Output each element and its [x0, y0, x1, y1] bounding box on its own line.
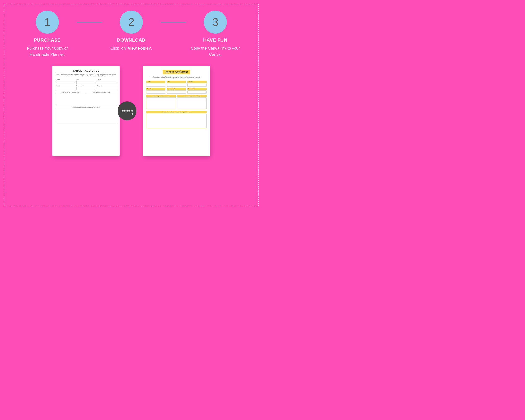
arrow-dot-2 [123, 110, 125, 112]
main-content: 1 PURCHASE Purchase Your Copy of Handmad… [0, 0, 262, 164]
plain-row-1: Gender Age Location [56, 79, 116, 84]
plain-field-location: Location [97, 79, 116, 84]
plain-free-time-label: What do they do in their free time? [56, 92, 85, 93]
plain-field-occupation: Occupation [97, 85, 116, 90]
colored-row-1: Gender Age Location [146, 81, 207, 86]
plain-field-education: Education [56, 85, 75, 90]
step-3-desc: Copy the Canva link to your Canva. [186, 45, 245, 57]
colored-free-time-label: What do they do in their free time? [146, 95, 176, 97]
colored-label-location: Location [187, 81, 207, 83]
plain-brands-label: Their favourite brands and shops? [87, 92, 116, 93]
colored-label-education: Education [146, 88, 166, 90]
colored-field-occupation: Occupation [187, 88, 207, 94]
arrow-chevron-icon: › [131, 110, 133, 112]
plain-doc-subtitle: Time to dig deep and start thinking abou… [56, 73, 116, 77]
plain-label-location: Location [97, 79, 116, 80]
step-1-circle: 1 [36, 10, 59, 34]
colored-doc-title: Target Audience [162, 69, 190, 74]
step-2: 2 DOWNLOAD Click on 'View Folder'. [102, 10, 161, 51]
colored-row-2: Education Income Level Occupation [146, 88, 207, 94]
colored-free-time-box [146, 97, 176, 109]
colored-brands-field: Their favourite brands and shops? [177, 95, 207, 109]
colored-label-occupation: Occupation [187, 88, 207, 90]
colored-box-gender [146, 83, 166, 86]
step-3-number: 3 [212, 16, 218, 28]
plain-box-age [76, 81, 96, 84]
plain-doc-title: TARGET AUDIENCE [56, 69, 116, 72]
colored-free-time-field: What do they do in their free time? [146, 95, 176, 109]
step-3-circle: 3 [204, 10, 227, 34]
plain-brands-field: Their favourite brands and shops? [87, 92, 116, 105]
colored-doc-subtitle: Time to dig deep and start thinking abou… [146, 75, 207, 79]
arrow-dot-4 [127, 110, 129, 112]
colored-title-text: Target Audience [165, 70, 188, 74]
plain-large-fields: What do they do in their free time? Thei… [56, 92, 116, 105]
plain-brands-box [87, 93, 116, 105]
colored-box-occupation [187, 90, 207, 94]
arrow-dot-3 [125, 110, 127, 112]
colored-field-education: Education [146, 88, 166, 94]
colored-brands-box [177, 97, 207, 109]
step-1-desc: Purchase Your Copy of Handmade Planner. [18, 45, 77, 57]
colored-box-income [167, 90, 186, 94]
plain-label-occupation: Occupation [97, 85, 116, 86]
plain-field-gender: Gender [56, 79, 75, 84]
arrow-dots-container: › [122, 110, 133, 112]
connector-2-3 [161, 22, 186, 22]
step-1-title: PURCHASE [34, 37, 60, 43]
plain-label-gender: Gender [56, 79, 75, 80]
plain-box-gender [56, 81, 75, 84]
arrow-button[interactable]: › [118, 102, 137, 120]
plain-label-income: Income Level [76, 85, 96, 86]
plain-row-2: Education Income Level Occupation [56, 85, 116, 90]
colored-doc-card: Target Audience Time to dig deep and sta… [143, 66, 210, 156]
step-2-desc: Click on 'View Folder'. [111, 45, 152, 51]
plain-emotions-box [56, 108, 116, 123]
steps-row: 1 PURCHASE Purchase Your Copy of Handmad… [13, 10, 250, 57]
preview-row: TARGET AUDIENCE Time to dig deep and sta… [13, 66, 250, 156]
step-3-title: HAVE FUN [203, 37, 227, 43]
colored-emotions-box [146, 114, 207, 128]
connector-1-2 [77, 22, 102, 22]
colored-title-wrapper: Target Audience [146, 69, 207, 74]
colored-field-gender: Gender [146, 81, 166, 86]
colored-box-location [187, 83, 207, 86]
colored-field-location: Location [187, 81, 207, 86]
plain-box-occupation [97, 87, 116, 90]
colored-label-income: Income Level [167, 88, 186, 90]
step-1: 1 PURCHASE Purchase Your Copy of Handmad… [18, 10, 77, 57]
colored-field-income: Income Level [167, 88, 186, 94]
step-3: 3 HAVE FUN Copy the Canva link to your C… [186, 10, 245, 57]
plain-label-education: Education [56, 85, 75, 86]
plain-free-time-box [56, 93, 85, 105]
plain-emotions-field: What are some of their emotions around y… [56, 106, 116, 123]
colored-brands-label: Their favourite brands and shops? [177, 95, 207, 97]
step-1-number: 1 [44, 16, 50, 28]
step-2-circle: 2 [120, 10, 143, 34]
plain-free-time-field: What do they do in their free time? [56, 92, 85, 105]
colored-label-age: Age [167, 81, 186, 83]
arrow-dot-1 [122, 110, 123, 112]
colored-box-age [167, 83, 186, 86]
colored-field-age: Age [167, 81, 186, 86]
plain-box-income [76, 87, 96, 90]
colored-large-fields: What do they do in their free time? Thei… [146, 95, 207, 109]
arrow-dot-5 [129, 110, 131, 112]
colored-emotions-field: What are some of their emotions around y… [146, 111, 207, 128]
plain-box-location [97, 81, 116, 84]
colored-emotions-label: What are some of their emotions around y… [146, 111, 207, 113]
plain-doc-card: TARGET AUDIENCE Time to dig deep and sta… [53, 66, 120, 156]
colored-label-gender: Gender [146, 81, 166, 83]
colored-box-education [146, 90, 166, 94]
plain-label-age: Age [76, 79, 96, 80]
plain-emotions-label: What are some of their emotions around y… [56, 106, 116, 108]
step-2-number: 2 [128, 16, 134, 28]
plain-box-education [56, 87, 75, 90]
step-2-title: DOWNLOAD [117, 37, 146, 43]
plain-field-age: Age [76, 79, 96, 84]
plain-field-income: Income Level [76, 85, 96, 90]
